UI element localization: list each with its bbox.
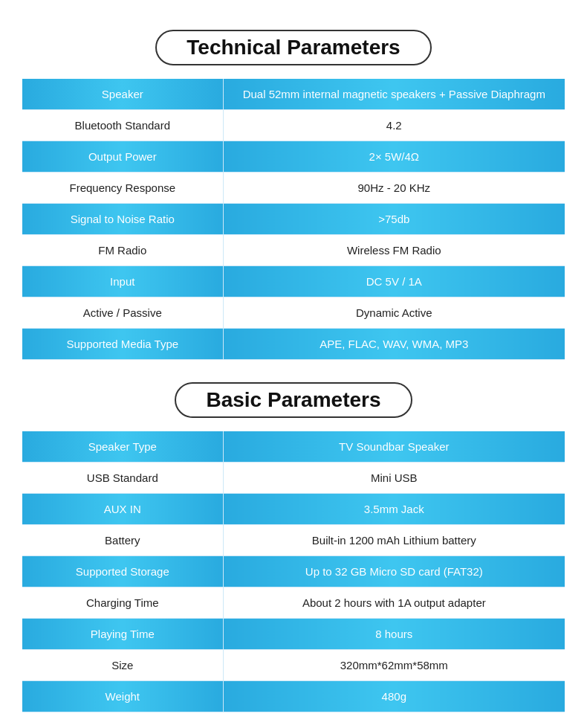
row-label: Output Power [22, 141, 223, 173]
row-value: Dynamic Active [223, 297, 565, 329]
row-label: Supported Storage [22, 556, 223, 587]
table-row: Frequency Response90Hz - 20 KHz [22, 173, 565, 204]
table-row: Supported StorageUp to 32 GB Micro SD ca… [22, 556, 565, 587]
row-value: 320mm*62mm*58mm [223, 650, 565, 681]
table-row: Output Power2× 5W/4Ω [22, 141, 565, 173]
technical-table: SpeakerDual 52mm internal magnetic speak… [22, 79, 565, 360]
row-value: DC 5V / 1A [223, 266, 565, 297]
basic-title-wrapper: Basic Parameters [22, 382, 565, 418]
row-value: Wireless FM Radio [223, 235, 565, 266]
row-label: Frequency Response [22, 173, 223, 204]
row-label: FM Radio [22, 235, 223, 266]
row-label: USB Standard [22, 463, 223, 494]
table-row: FM RadioWireless FM Radio [22, 235, 565, 266]
row-label: Size [22, 650, 223, 681]
row-value: 480g [223, 681, 565, 712]
row-label: Supported Media Type [22, 329, 223, 360]
row-value: 3.5mm Jack [223, 494, 565, 525]
table-row: Size320mm*62mm*58mm [22, 650, 565, 681]
row-label: Bluetooth Standard [22, 110, 223, 141]
row-label: AUX IN [22, 494, 223, 525]
basic-table: Speaker TypeTV Soundbar SpeakerUSB Stand… [22, 431, 565, 712]
table-row: Charging TimeAbout 2 hours with 1A outpu… [22, 587, 565, 619]
table-row: SpeakerDual 52mm internal magnetic speak… [22, 79, 565, 110]
table-row: USB StandardMini USB [22, 463, 565, 494]
row-value: Built-in 1200 mAh Lithium battery [223, 525, 565, 556]
table-row: Supported Media TypeAPE, FLAC, WAV, WMA,… [22, 329, 565, 360]
row-value: >75db [223, 204, 565, 235]
technical-title: Technical Parameters [155, 30, 431, 65]
row-label: Speaker Type [22, 431, 223, 463]
row-value: 8 hours [223, 619, 565, 650]
row-label: Weight [22, 681, 223, 712]
table-row: AUX IN3.5mm Jack [22, 494, 565, 525]
row-label: Signal to Noise Ratio [22, 204, 223, 235]
basic-title: Basic Parameters [175, 382, 412, 418]
table-row: Active / PassiveDynamic Active [22, 297, 565, 329]
table-row: InputDC 5V / 1A [22, 266, 565, 297]
table-row: Bluetooth Standard4.2 [22, 110, 565, 141]
row-value: Dual 52mm internal magnetic speakers + P… [223, 79, 565, 110]
row-label: Speaker [22, 79, 223, 110]
row-value: 4.2 [223, 110, 565, 141]
table-row: Playing Time8 hours [22, 619, 565, 650]
row-label: Active / Passive [22, 297, 223, 329]
technical-title-wrapper: Technical Parameters [22, 30, 565, 65]
row-value: TV Soundbar Speaker [223, 431, 565, 463]
table-row: BatteryBuilt-in 1200 mAh Lithium battery [22, 525, 565, 556]
row-value: APE, FLAC, WAV, WMA, MP3 [223, 329, 565, 360]
row-value: 2× 5W/4Ω [223, 141, 565, 173]
row-label: Input [22, 266, 223, 297]
table-row: Speaker TypeTV Soundbar Speaker [22, 431, 565, 463]
row-value: 90Hz - 20 KHz [223, 173, 565, 204]
table-row: Weight480g [22, 681, 565, 712]
row-label: Battery [22, 525, 223, 556]
row-label: Playing Time [22, 619, 223, 650]
row-label: Charging Time [22, 587, 223, 619]
table-row: Signal to Noise Ratio>75db [22, 204, 565, 235]
row-value: Mini USB [223, 463, 565, 494]
row-value: Up to 32 GB Micro SD card (FAT32) [223, 556, 565, 587]
row-value: About 2 hours with 1A output adapter [223, 587, 565, 619]
